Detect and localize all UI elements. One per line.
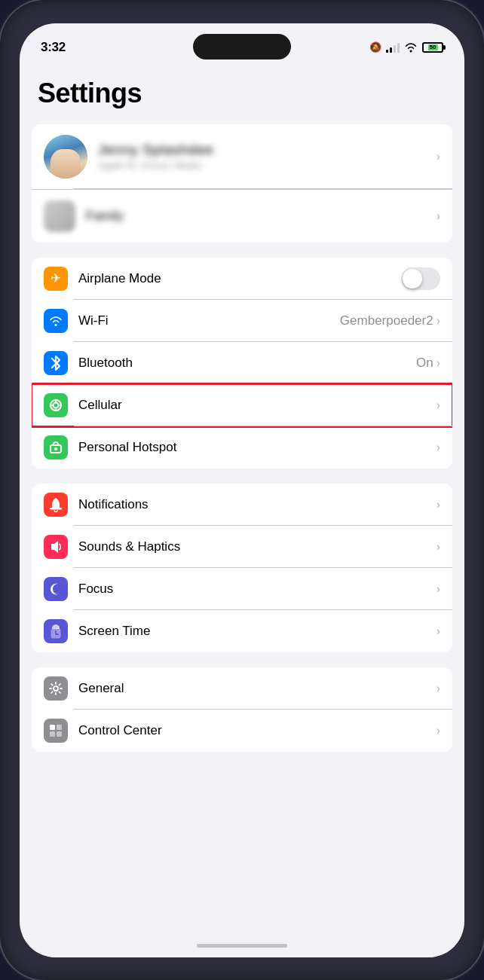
- page-title: Settings: [20, 66, 464, 124]
- svg-rect-4: [50, 508, 62, 510]
- bluetooth-status: On: [416, 356, 433, 371]
- focus-chevron: ›: [437, 582, 440, 596]
- airplane-mode-row[interactable]: ✈ Airplane Mode: [32, 258, 452, 300]
- focus-row[interactable]: Focus ›: [32, 568, 452, 610]
- screen-time-row[interactable]: Screen Time ›: [32, 610, 452, 652]
- airplane-mode-toggle[interactable]: [401, 267, 440, 290]
- general-group: General › Control: [32, 667, 452, 752]
- family-avatar: [44, 200, 75, 232]
- focus-label: Focus: [78, 582, 113, 597]
- bluetooth-value: On ›: [416, 356, 440, 371]
- wifi-row[interactable]: Wi-Fi Gemberpoeder2 ›: [32, 300, 452, 342]
- signal-bars: [386, 42, 400, 53]
- battery-percentage: 50: [430, 44, 437, 50]
- mute-icon: 🔕: [369, 41, 381, 53]
- hotspot-chevron: ›: [437, 441, 440, 454]
- status-time: 3:32: [41, 40, 66, 55]
- bluetooth-chevron: ›: [437, 356, 440, 370]
- sounds-row-icon: [44, 535, 68, 559]
- notifications-group: Notifications › Sounds & Haptics ›: [32, 484, 452, 652]
- sounds-row[interactable]: Sounds & Haptics ›: [32, 526, 452, 568]
- family-label: Family: [86, 209, 124, 224]
- profile-info: Jenny Splashdee Apple ID, iCloud, Media: [98, 142, 437, 171]
- svg-point-7: [54, 686, 58, 691]
- control-center-content: Control Center ›: [78, 723, 440, 738]
- family-chevron: ›: [437, 209, 440, 223]
- wifi-status-icon: [404, 42, 418, 53]
- signal-bar-3: [394, 45, 396, 53]
- notifications-chevron: ›: [437, 498, 440, 511]
- airplane-mode-label: Airplane Mode: [78, 271, 161, 286]
- general-label: General: [78, 681, 124, 696]
- general-row-icon: [44, 676, 68, 701]
- svg-marker-5: [51, 541, 58, 553]
- svg-rect-11: [57, 731, 62, 737]
- hotspot-content: Personal Hotspot ›: [78, 440, 440, 455]
- home-indicator: [197, 944, 287, 948]
- sounds-content: Sounds & Haptics ›: [78, 539, 440, 554]
- airplane-icon-symbol: ✈: [51, 270, 61, 286]
- cellular-row-icon: [44, 393, 68, 417]
- gear-icon: [48, 681, 63, 696]
- cellular-content: Cellular ›: [78, 398, 440, 413]
- scroll-content[interactable]: Settings Jenny Splashdee Apple ID, iClou…: [20, 66, 464, 935]
- bluetooth-label: Bluetooth: [78, 356, 133, 371]
- focus-content: Focus ›: [78, 582, 440, 597]
- control-center-row-icon: [44, 719, 68, 743]
- hotspot-row-icon: [44, 435, 68, 459]
- svg-rect-9: [57, 725, 62, 730]
- status-icons: 🔕 50: [369, 41, 443, 53]
- control-center-icon: [48, 723, 63, 738]
- wifi-icon: [48, 315, 63, 327]
- cellular-label: Cellular: [78, 398, 122, 413]
- cellular-chevron: ›: [437, 398, 440, 412]
- focus-moon-icon: [48, 582, 63, 597]
- profile-chevron: ›: [437, 150, 440, 163]
- general-row[interactable]: General ›: [32, 667, 452, 710]
- sounds-chevron: ›: [437, 540, 440, 554]
- family-row[interactable]: Family ›: [32, 189, 452, 243]
- control-center-label: Control Center: [78, 723, 162, 738]
- screen-time-label: Screen Time: [78, 624, 150, 639]
- svg-rect-8: [50, 725, 55, 730]
- control-center-row[interactable]: Control Center ›: [32, 710, 452, 752]
- sounds-icon: [48, 539, 63, 554]
- profile-avatar: [44, 135, 87, 179]
- cellular-row[interactable]: Cellular ›: [32, 384, 452, 426]
- notifications-content: Notifications ›: [78, 497, 440, 512]
- screen-time-icon: [48, 623, 63, 640]
- screen-time-row-icon: [44, 619, 68, 643]
- bluetooth-row[interactable]: Bluetooth On ›: [32, 342, 452, 384]
- svg-point-3: [54, 447, 57, 450]
- profile-group: Jenny Splashdee Apple ID, iCloud, Media …: [32, 124, 452, 243]
- wifi-network-name: Gemberpoeder2: [340, 313, 433, 328]
- profile-subtitle: Apple ID, iCloud, Media: [98, 160, 437, 171]
- hotspot-icon: [47, 441, 64, 454]
- signal-bar-4: [397, 43, 400, 53]
- hotspot-row[interactable]: Personal Hotspot ›: [32, 426, 452, 469]
- phone-frame: 3:32 🔕 50: [0, 0, 484, 980]
- wifi-value: Gemberpoeder2 ›: [340, 313, 440, 328]
- profile-name: Jenny Splashdee: [98, 142, 437, 158]
- general-chevron: ›: [437, 682, 440, 695]
- notifications-icon: [49, 497, 63, 512]
- hotspot-label: Personal Hotspot: [78, 440, 176, 455]
- airplane-mode-content: Airplane Mode: [78, 267, 440, 290]
- sounds-label: Sounds & Haptics: [78, 539, 180, 554]
- notifications-row-icon: [44, 493, 68, 517]
- home-indicator-bar: [20, 935, 464, 957]
- bluetooth-icon: [51, 355, 61, 371]
- notifications-row[interactable]: Notifications ›: [32, 484, 452, 526]
- signal-bar-2: [390, 47, 392, 53]
- connectivity-group: ✈ Airplane Mode: [32, 258, 452, 469]
- airplane-mode-toggle-thumb: [403, 269, 422, 289]
- svg-rect-10: [50, 731, 55, 737]
- signal-bar-1: [386, 50, 388, 53]
- control-center-chevron: ›: [437, 724, 440, 737]
- phone-screen: 3:32 🔕 50: [20, 23, 464, 957]
- wifi-row-icon: [44, 309, 68, 333]
- wifi-content: Wi-Fi Gemberpoeder2 ›: [78, 313, 440, 328]
- apple-id-row[interactable]: Jenny Splashdee Apple ID, iCloud, Media …: [32, 124, 452, 189]
- general-content: General ›: [78, 681, 440, 696]
- screen-time-chevron: ›: [437, 624, 440, 638]
